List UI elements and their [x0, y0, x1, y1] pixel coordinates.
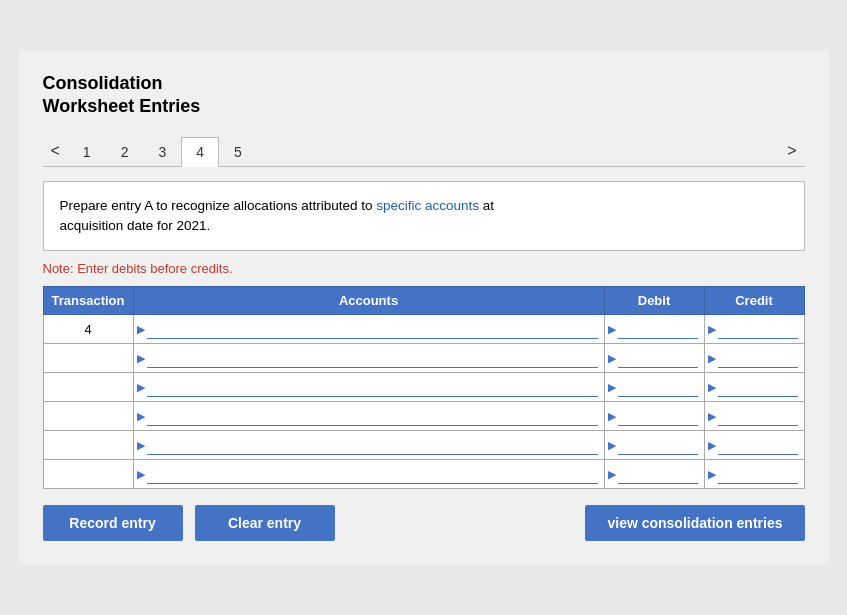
- transaction-cell-1: 4: [43, 315, 133, 344]
- instruction-box: Prepare entry A to recognize allocations…: [43, 181, 805, 252]
- table-row: ▶ ▶ ▶: [43, 431, 804, 460]
- transaction-cell-3: [43, 373, 133, 402]
- note-text: Note: Enter debits before credits.: [43, 261, 805, 276]
- debit-cell-2[interactable]: ▶: [604, 344, 704, 373]
- debit-arrow-1: ▶: [605, 323, 616, 336]
- debit-cell-6[interactable]: ▶: [604, 460, 704, 489]
- debit-arrow-2: ▶: [605, 352, 616, 365]
- header-debit: Debit: [604, 287, 704, 315]
- debit-cell-4[interactable]: ▶: [604, 402, 704, 431]
- transaction-cell-5: [43, 431, 133, 460]
- debit-cell-5[interactable]: ▶: [604, 431, 704, 460]
- accounts-field-6[interactable]: [147, 464, 598, 484]
- debit-field-1[interactable]: [618, 319, 698, 339]
- instruction-highlight: specific accounts: [376, 198, 479, 213]
- accounts-cell-3[interactable]: ▶: [133, 373, 604, 402]
- credit-arrow-2: ▶: [705, 352, 716, 365]
- record-entry-button[interactable]: Record entry: [43, 505, 183, 541]
- credit-cell-1[interactable]: ▶: [704, 315, 804, 344]
- accounts-field-3[interactable]: [147, 377, 598, 397]
- accounts-arrow-3: ▶: [134, 381, 145, 394]
- debit-cell-3[interactable]: ▶: [604, 373, 704, 402]
- buttons-left: Record entry Clear entry: [43, 505, 335, 541]
- accounts-arrow-6: ▶: [134, 468, 145, 481]
- worksheet-table: Transaction Accounts Debit Credit 4 ▶ ▶: [43, 286, 805, 489]
- credit-cell-2[interactable]: ▶: [704, 344, 804, 373]
- table-row: ▶ ▶ ▶: [43, 402, 804, 431]
- accounts-cell-6[interactable]: ▶: [133, 460, 604, 489]
- credit-arrow-4: ▶: [705, 410, 716, 423]
- debit-arrow-4: ▶: [605, 410, 616, 423]
- transaction-cell-2: [43, 344, 133, 373]
- credit-field-5[interactable]: [718, 435, 798, 455]
- accounts-field-5[interactable]: [147, 435, 598, 455]
- debit-arrow-3: ▶: [605, 381, 616, 394]
- table-row: ▶ ▶ ▶: [43, 460, 804, 489]
- tab-navigation: < 1 2 3 4 5 >: [43, 137, 805, 167]
- debit-arrow-5: ▶: [605, 439, 616, 452]
- table-row: 4 ▶ ▶ ▶: [43, 315, 804, 344]
- accounts-cell-1[interactable]: ▶: [133, 315, 604, 344]
- credit-field-6[interactable]: [718, 464, 798, 484]
- buttons-right: view consolidation entries: [585, 505, 804, 541]
- next-arrow[interactable]: >: [779, 138, 804, 164]
- debit-field-3[interactable]: [618, 377, 698, 397]
- prev-arrow[interactable]: <: [43, 138, 68, 164]
- tab-4[interactable]: 4: [181, 137, 219, 167]
- header-transaction: Transaction: [43, 287, 133, 315]
- credit-arrow-1: ▶: [705, 323, 716, 336]
- accounts-field-2[interactable]: [147, 348, 598, 368]
- accounts-field-4[interactable]: [147, 406, 598, 426]
- credit-arrow-5: ▶: [705, 439, 716, 452]
- table-row: ▶ ▶ ▶: [43, 344, 804, 373]
- debit-cell-1[interactable]: ▶: [604, 315, 704, 344]
- debit-field-4[interactable]: [618, 406, 698, 426]
- header-accounts: Accounts: [133, 287, 604, 315]
- transaction-cell-4: [43, 402, 133, 431]
- credit-cell-3[interactable]: ▶: [704, 373, 804, 402]
- accounts-cell-5[interactable]: ▶: [133, 431, 604, 460]
- credit-field-3[interactable]: [718, 377, 798, 397]
- credit-field-2[interactable]: [718, 348, 798, 368]
- accounts-arrow-5: ▶: [134, 439, 145, 452]
- tab-3[interactable]: 3: [143, 137, 181, 166]
- accounts-cell-4[interactable]: ▶: [133, 402, 604, 431]
- transaction-cell-6: [43, 460, 133, 489]
- table-row: ▶ ▶ ▶: [43, 373, 804, 402]
- debit-field-6[interactable]: [618, 464, 698, 484]
- accounts-arrow-4: ▶: [134, 410, 145, 423]
- clear-entry-button[interactable]: Clear entry: [195, 505, 335, 541]
- main-container: ConsolidationWorksheet Entries < 1 2 3 4…: [19, 50, 829, 565]
- debit-field-2[interactable]: [618, 348, 698, 368]
- credit-arrow-6: ▶: [705, 468, 716, 481]
- debit-arrow-6: ▶: [605, 468, 616, 481]
- instruction-text-before: Prepare entry A to recognize allocations…: [60, 198, 377, 213]
- credit-cell-4[interactable]: ▶: [704, 402, 804, 431]
- accounts-arrow-1: ▶: [134, 323, 145, 336]
- buttons-row: Record entry Clear entry view consolidat…: [43, 505, 805, 541]
- accounts-arrow-2: ▶: [134, 352, 145, 365]
- accounts-field-1[interactable]: [147, 319, 598, 339]
- debit-field-5[interactable]: [618, 435, 698, 455]
- tab-1[interactable]: 1: [68, 137, 106, 166]
- view-consolidation-button[interactable]: view consolidation entries: [585, 505, 804, 541]
- credit-cell-5[interactable]: ▶: [704, 431, 804, 460]
- credit-field-4[interactable]: [718, 406, 798, 426]
- tab-5[interactable]: 5: [219, 137, 257, 166]
- credit-cell-6[interactable]: ▶: [704, 460, 804, 489]
- page-title: ConsolidationWorksheet Entries: [43, 72, 805, 119]
- credit-field-1[interactable]: [718, 319, 798, 339]
- accounts-cell-2[interactable]: ▶: [133, 344, 604, 373]
- tab-2[interactable]: 2: [106, 137, 144, 166]
- credit-arrow-3: ▶: [705, 381, 716, 394]
- header-credit: Credit: [704, 287, 804, 315]
